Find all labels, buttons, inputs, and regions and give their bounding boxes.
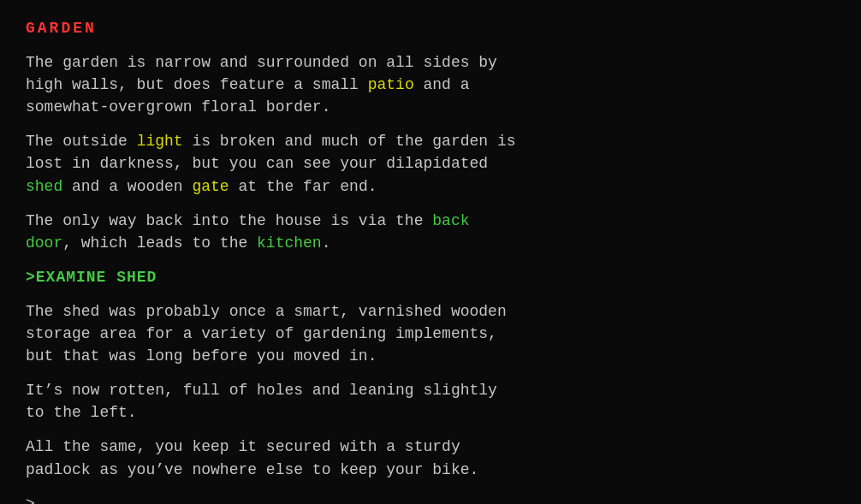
para3-text3: . bbox=[322, 234, 331, 252]
para3-text2: , which leads to the bbox=[62, 234, 257, 252]
response-paragraph-2: It’s now rotten, full of holes and leani… bbox=[26, 379, 835, 424]
response-paragraph-3: All the same, you keep it secured with a… bbox=[26, 436, 835, 480]
input-prompt[interactable]: > bbox=[26, 493, 835, 504]
paragraph-1: The garden is narrow and surrounded on a… bbox=[26, 51, 835, 118]
shed-link[interactable]: shed bbox=[26, 178, 62, 195]
terminal-window: GARDEN The garden is narrow and surround… bbox=[26, 17, 835, 487]
examine-shed-command: >EXAMINE SHED bbox=[26, 266, 835, 288]
paragraph-3: The only way back into the house is via … bbox=[26, 210, 835, 254]
para2-text3: and a wooden bbox=[62, 178, 192, 195]
kitchen-link[interactable]: kitchen bbox=[257, 234, 322, 252]
paragraph-2: The outside light is broken and much of … bbox=[26, 130, 835, 197]
patio-link[interactable]: patio bbox=[368, 76, 414, 93]
para3-text1: The only way back into the house is via … bbox=[26, 212, 432, 229]
light-link[interactable]: light bbox=[137, 133, 183, 150]
para2-text4: at the far end. bbox=[229, 178, 377, 195]
section-title: GARDEN bbox=[26, 17, 835, 39]
gate-link[interactable]: gate bbox=[192, 178, 229, 195]
response-paragraph-1: The shed was probably once a smart, varn… bbox=[26, 300, 835, 367]
para2-text1: The outside bbox=[26, 133, 137, 150]
prompt-symbol: > bbox=[26, 495, 35, 504]
